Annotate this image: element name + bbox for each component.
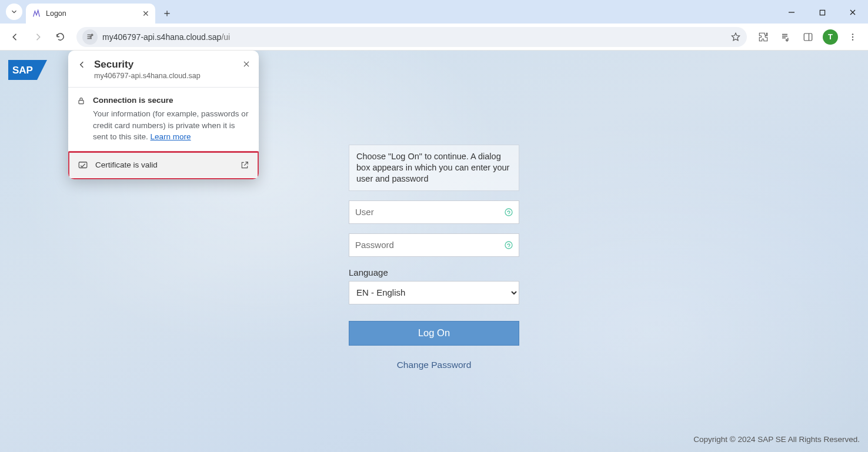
browser-window: Logon ✕ ＋ (0, 0, 868, 452)
language-select[interactable]: EN - English (349, 281, 519, 304)
bookmark-button[interactable] (730, 32, 741, 42)
copyright-text: Copyright © 2024 SAP SE All Rights Reser… (693, 435, 860, 444)
security-popover: Security my406797-api.s4hana.cloud.sap C… (68, 51, 259, 179)
nav-forward-button[interactable] (28, 28, 47, 46)
kebab-icon (848, 32, 857, 42)
window-close-button[interactable] (840, 4, 866, 21)
svg-point-5 (852, 36, 853, 37)
popover-close-button[interactable] (242, 59, 251, 68)
side-panel-icon (803, 32, 813, 42)
password-field-wrapper (349, 233, 519, 257)
svg-text:SAP: SAP (12, 65, 33, 76)
url-path: /ui (221, 32, 230, 42)
page-content: SAP Choose "Log On" to continue. A dialo… (0, 51, 868, 452)
connection-secure-title: Connection is secure (93, 96, 251, 105)
language-label: Language (349, 267, 519, 277)
svg-point-2 (89, 36, 91, 38)
arrow-right-icon (32, 32, 43, 42)
nav-back-button[interactable] (6, 28, 25, 46)
logon-button[interactable]: Log On (349, 321, 519, 346)
svg-rect-11 (79, 101, 84, 104)
svg-point-1 (91, 34, 93, 36)
avatar: T (823, 29, 838, 45)
star-icon (730, 32, 741, 42)
browser-toolbar: my406797-api.s4hana.cloud.sap/ui T (0, 24, 868, 51)
close-icon (849, 9, 856, 16)
popover-header: Security my406797-api.s4hana.cloud.sap (68, 51, 259, 87)
tab-title: Logon (46, 9, 138, 18)
popover-title-wrap: Security my406797-api.s4hana.cloud.sap (94, 59, 236, 80)
close-icon (242, 60, 251, 68)
sap-logo: SAP (8, 60, 47, 80)
tune-icon (86, 32, 95, 41)
learn-more-link[interactable]: Learn more (151, 132, 191, 141)
popover-subtitle: my406797-api.s4hana.cloud.sap (94, 72, 236, 80)
url-text: my406797-api.s4hana.cloud.sap/ui (102, 32, 726, 42)
media-control-button[interactable] (776, 28, 795, 46)
certificate-valid-row[interactable]: Certificate is valid (69, 153, 258, 178)
svg-rect-12 (79, 162, 87, 168)
certificate-icon (78, 160, 88, 170)
connection-info: Connection is secure Your information (f… (93, 96, 251, 143)
maximize-icon (819, 9, 826, 16)
window-minimize-button[interactable] (779, 4, 804, 21)
svg-rect-0 (820, 10, 824, 15)
svg-point-6 (852, 39, 853, 40)
favicon-icon (32, 9, 41, 18)
login-form: Choose "Log On" to continue. A dialog bo… (349, 145, 519, 370)
popover-back-button[interactable] (76, 59, 88, 69)
svg-point-10 (505, 242, 512, 249)
password-manager-icon[interactable] (503, 240, 514, 250)
password-manager-icon[interactable] (503, 207, 514, 217)
open-external-icon (240, 160, 249, 170)
extensions-button[interactable] (754, 28, 773, 46)
certificate-valid-label: Certificate is valid (95, 160, 158, 169)
popover-body: Connection is secure Your information (f… (68, 88, 259, 151)
svg-point-9 (505, 209, 512, 216)
user-input[interactable] (349, 201, 519, 223)
profile-button[interactable]: T (821, 28, 840, 46)
nav-reload-button[interactable] (51, 28, 69, 46)
music-icon (780, 32, 791, 42)
window-controls (779, 4, 866, 21)
user-field-wrapper (349, 200, 519, 224)
titlebar: Logon ✕ ＋ (0, 0, 868, 24)
arrow-left-icon (10, 32, 21, 42)
reload-icon (55, 32, 65, 42)
connection-secure-desc: Your information (for example, passwords… (93, 108, 251, 143)
tab-search-button[interactable] (6, 4, 22, 20)
svg-point-4 (852, 34, 853, 35)
change-password-link[interactable]: Change Password (349, 360, 519, 370)
lock-icon-cell (76, 96, 86, 143)
password-input[interactable] (349, 234, 519, 256)
window-maximize-button[interactable] (809, 4, 835, 21)
browser-tab[interactable]: Logon ✕ (26, 4, 155, 24)
sap-logo-icon: SAP (8, 60, 47, 80)
url-host: my406797-api.s4hana.cloud.sap (102, 32, 221, 42)
chevron-down-icon (10, 8, 18, 16)
certificate-row-highlight: Certificate is valid (68, 151, 259, 179)
browser-menu-button[interactable] (843, 28, 862, 46)
arrow-left-icon (78, 60, 87, 69)
svg-rect-3 (804, 34, 812, 41)
puzzle-icon (758, 32, 769, 42)
site-info-button[interactable] (82, 29, 98, 45)
new-tab-button[interactable]: ＋ (159, 5, 175, 21)
address-bar[interactable]: my406797-api.s4hana.cloud.sap/ui (76, 27, 747, 47)
tab-close-button[interactable]: ✕ (142, 9, 149, 18)
lock-icon (76, 96, 86, 106)
minimize-icon (788, 9, 795, 16)
popover-title: Security (94, 59, 236, 71)
side-panel-button[interactable] (799, 28, 817, 46)
login-instruction: Choose "Log On" to continue. A dialog bo… (349, 145, 519, 191)
